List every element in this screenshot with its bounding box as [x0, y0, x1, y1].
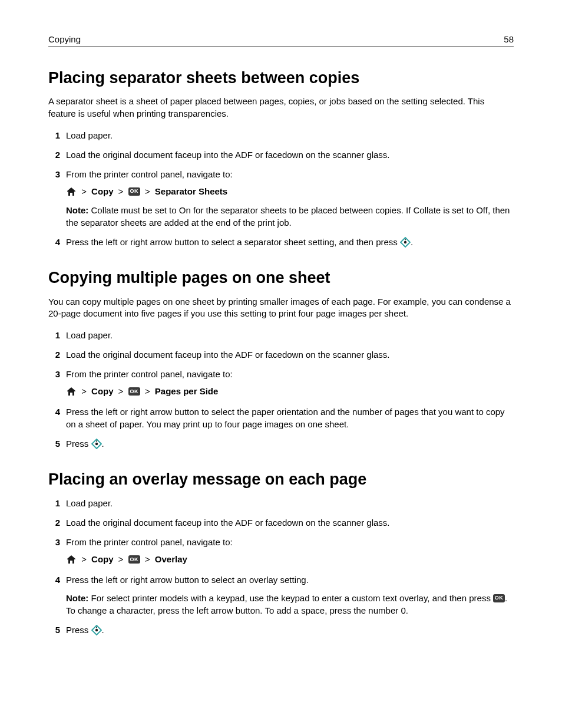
step-item: Press . — [48, 437, 514, 450]
header-section-name: Copying — [48, 34, 81, 44]
steps-list: Load paper. Load the original document f… — [48, 329, 514, 450]
ok-icon: OK — [128, 387, 140, 396]
step-item: Load paper. — [48, 329, 514, 341]
ok-icon: OK — [128, 187, 140, 196]
breadcrumb-separator: > — [118, 185, 124, 199]
breadcrumb-separator: > — [145, 385, 150, 398]
header-rule — [48, 47, 514, 47]
note-label: Note: — [66, 593, 88, 603]
step-text: Press the left or right arrow button to … — [66, 575, 309, 585]
start-diamond-icon — [91, 439, 102, 449]
start-diamond-icon — [91, 625, 102, 635]
breadcrumb-separator: > — [81, 385, 87, 398]
step-text: Load paper. — [66, 498, 113, 508]
section-intro: A separator sheet is a sheet of paper pl… — [48, 95, 514, 120]
nav-path-copy: Copy — [91, 554, 114, 564]
note-label: Note: — [66, 205, 88, 215]
step-item: Load the original document faceup into t… — [48, 348, 514, 361]
breadcrumb-separator: > — [81, 553, 87, 566]
home-icon — [66, 186, 77, 197]
breadcrumb-separator: > — [145, 185, 150, 199]
note-text: Collate must be set to On for the separa… — [66, 205, 510, 228]
step-text: Load the original document faceup into t… — [66, 518, 390, 528]
section-multiple-pages: Copying multiple pages on one sheet You … — [48, 268, 514, 449]
steps-list: Load paper. Load the original document f… — [48, 129, 514, 249]
note-block: Note: Collate must be set to On for the … — [66, 204, 514, 229]
document-page: Copying 58 Placing separator sheets betw… — [0, 0, 562, 728]
step-text-period: . — [411, 237, 413, 247]
ok-icon: OK — [128, 555, 140, 564]
steps-list: Load paper. Load the original document f… — [48, 497, 514, 636]
step-item: Load paper. — [48, 129, 514, 141]
step-text: Load paper. — [66, 330, 113, 340]
section-overlay-message: Placing an overlay message on each page … — [48, 470, 514, 636]
nav-path-copy: Copy — [91, 386, 114, 396]
step-text: Press the left or right arrow button to … — [66, 237, 400, 247]
breadcrumb-separator: > — [118, 553, 124, 566]
nav-path-end: Pages per Side — [155, 386, 219, 396]
section-title: Placing separator sheets between copies — [48, 68, 514, 87]
step-text: Load the original document faceup into t… — [66, 150, 390, 160]
step-text-period: . — [102, 439, 104, 449]
step-item: From the printer control panel, navigate… — [48, 168, 514, 229]
step-item: Load the original document faceup into t… — [48, 516, 514, 529]
section-intro: You can copy multiple pages on one sheet… — [48, 296, 514, 320]
nav-path: > Copy > OK > Pages per Side — [66, 385, 514, 398]
nav-path-end: Overlay — [155, 554, 187, 564]
home-icon — [66, 554, 77, 565]
step-text: Load the original document faceup into t… — [66, 350, 390, 360]
step-text-period: . — [102, 625, 104, 635]
nav-path-end: Separator Sheets — [155, 186, 227, 196]
step-text: From the printer control panel, navigate… — [66, 169, 233, 179]
note-text-a: For select printer models with a keypad,… — [88, 593, 493, 603]
breadcrumb-separator: > — [118, 385, 124, 398]
start-diamond-icon — [400, 237, 411, 248]
step-item: Press . — [48, 624, 514, 636]
section-separator-sheets: Placing separator sheets between copies … — [48, 68, 514, 248]
header-page-number: 58 — [504, 34, 514, 44]
step-text: From the printer control panel, navigate… — [66, 537, 233, 547]
page-header: Copying 58 — [48, 34, 514, 47]
home-icon — [66, 386, 77, 397]
step-item: Load paper. — [48, 497, 514, 509]
step-item: Press the left or right arrow button to … — [48, 574, 514, 617]
section-title: Placing an overlay message on each page — [48, 470, 514, 489]
nav-path: > Copy > OK > Separator Sheets — [66, 185, 514, 199]
section-title: Copying multiple pages on one sheet — [48, 268, 514, 287]
step-text: Load paper. — [66, 130, 113, 140]
step-item: From the printer control panel, navigate… — [48, 536, 514, 566]
nav-path: > Copy > OK > Overlay — [66, 553, 514, 566]
step-text: Press the left or right arrow button to … — [66, 407, 505, 429]
breadcrumb-separator: > — [81, 185, 87, 199]
step-item: Press the left or right arrow button to … — [48, 236, 514, 248]
note-block: Note: For select printer models with a k… — [66, 592, 514, 617]
nav-path-copy: Copy — [91, 186, 114, 196]
ok-icon: OK — [493, 594, 505, 602]
step-text: From the printer control panel, navigate… — [66, 369, 233, 379]
breadcrumb-separator: > — [145, 553, 150, 566]
step-item: From the printer control panel, navigate… — [48, 368, 514, 398]
step-item: Load the original document faceup into t… — [48, 149, 514, 161]
step-item: Press the left or right arrow button to … — [48, 406, 514, 430]
step-text-press: Press — [66, 439, 91, 449]
step-text-press: Press — [66, 625, 91, 635]
